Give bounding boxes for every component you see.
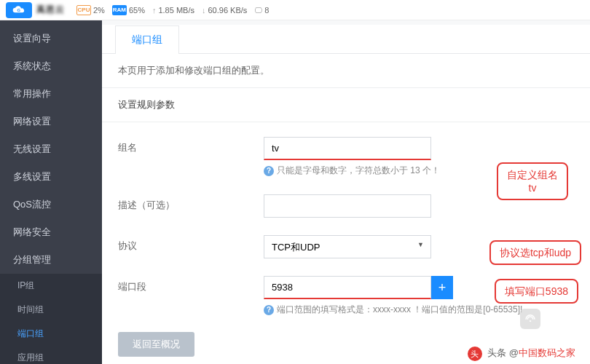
- avatar-icon: 头: [468, 347, 482, 361]
- stats-bar: CPU 2% RAM 65% ↑ 1.85 MB/s ↓ 60.96 KB/s …: [76, 5, 269, 15]
- clients-stat: 🖵 8: [254, 6, 269, 15]
- cpu-stat: CPU 2%: [76, 5, 105, 15]
- input-groupname[interactable]: [264, 137, 431, 160]
- monitor-icon: 🖵: [254, 6, 262, 15]
- tab-portgroup[interactable]: 端口组: [115, 25, 179, 54]
- ram-stat: RAM 65%: [112, 5, 145, 15]
- upload-stat: ↑ 1.85 MB/s: [152, 6, 194, 15]
- page-description: 本页用于添加和修改端口组的配置。: [102, 54, 590, 88]
- sidebar-item-wireless[interactable]: 无线设置: [0, 135, 102, 163]
- info-icon: ?: [264, 305, 274, 315]
- cpu-icon: CPU: [76, 5, 91, 15]
- callout-protocol: 协议选tcp和udp: [489, 240, 581, 265]
- up-arrow-icon: ↑: [152, 6, 157, 15]
- section-title: 设置规则参数: [102, 88, 590, 122]
- cpu-value: 2%: [93, 6, 105, 15]
- brand-text: 高恩云: [36, 4, 65, 16]
- clients-value: 8: [264, 6, 269, 15]
- label-description: 描述（可选）: [118, 194, 264, 212]
- label-protocol: 协议: [118, 235, 264, 253]
- sidebar-item-common[interactable]: 常用操作: [0, 80, 102, 108]
- down-arrow-icon: ↓: [202, 6, 206, 15]
- tab-bar: 端口组: [102, 25, 590, 54]
- input-port[interactable]: [264, 276, 431, 299]
- label-groupname: 组名: [118, 137, 264, 154]
- cloud-icon: G: [12, 4, 26, 16]
- sidebar-sub-app[interactable]: 应用组: [0, 346, 102, 364]
- main-content: 端口组 本页用于添加和修改端口组的配置。 设置规则参数 组名 ? 只能是字母和数…: [102, 20, 590, 364]
- sidebar-sub-ip[interactable]: IP组: [0, 274, 102, 298]
- ram-icon: RAM: [112, 5, 127, 15]
- sidebar-sub-port[interactable]: 端口组: [0, 322, 102, 346]
- svg-text:G: G: [17, 8, 21, 12]
- upload-value: 1.85 MB/s: [158, 6, 194, 15]
- add-port-button[interactable]: +: [431, 276, 453, 299]
- brand-logo: G: [6, 2, 32, 18]
- sidebar-sub-time[interactable]: 时间组: [0, 298, 102, 322]
- hint-port: ? 端口范围的填写格式是：xxxx-xxxx ！端口值的范围是[0-65535]…: [264, 304, 574, 316]
- label-port: 端口段: [118, 276, 264, 293]
- download-stat: ↓ 60.96 KB/s: [202, 6, 247, 15]
- sidebar-item-qos[interactable]: QoS流控: [0, 191, 102, 218]
- sidebar-item-groups[interactable]: 分组管理: [0, 246, 102, 274]
- select-protocol[interactable]: TCP和UDP: [264, 235, 431, 258]
- info-icon: ?: [264, 166, 274, 176]
- download-value: 60.96 KB/s: [208, 6, 247, 15]
- input-description[interactable]: [264, 194, 431, 218]
- footer-credit: 头 头条 @中国数码之家: [468, 347, 575, 361]
- sidebar-item-status[interactable]: 系统状态: [0, 52, 102, 80]
- sidebar-item-network[interactable]: 网络设置: [0, 108, 102, 135]
- back-button[interactable]: 返回至概况: [118, 332, 194, 357]
- sidebar-item-multiwan[interactable]: 多线设置: [0, 163, 102, 191]
- callout-groupname: 自定义组名 tv: [497, 162, 568, 200]
- sidebar-item-wizard[interactable]: 设置向导: [0, 25, 102, 52]
- callout-port: 填写端口5938: [495, 279, 578, 304]
- sidebar-item-security[interactable]: 网络安全: [0, 218, 102, 246]
- sidebar: 设置向导 系统状态 常用操作 网络设置 无线设置 多线设置 QoS流控 网络安全…: [0, 20, 102, 364]
- ram-value: 65%: [129, 6, 145, 15]
- topbar: G 高恩云 CPU 2% RAM 65% ↑ 1.85 MB/s ↓ 60.96…: [0, 0, 590, 20]
